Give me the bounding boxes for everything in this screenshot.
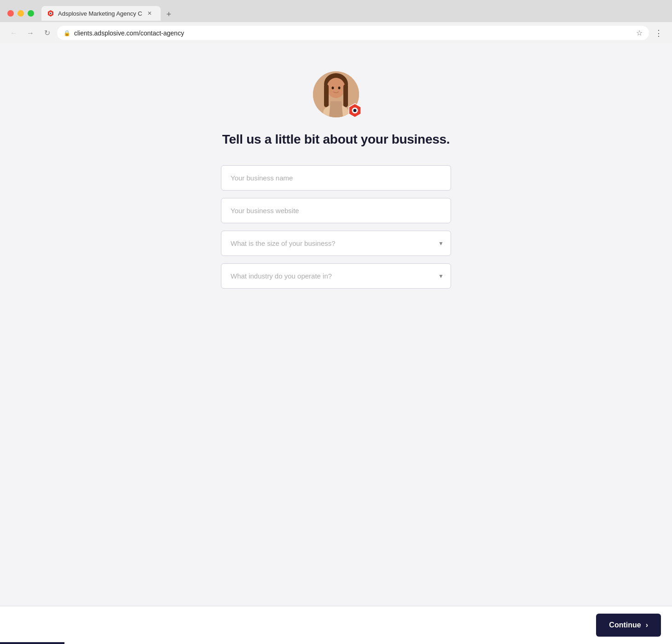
tab-bar: Adsplosive Marketing Agency C ✕ +: [41, 6, 665, 21]
continue-button[interactable]: Continue ›: [596, 614, 661, 637]
svg-point-9: [338, 87, 341, 89]
business-name-input[interactable]: [221, 165, 451, 191]
industry-select[interactable]: What industry do you operate in? Technol…: [221, 263, 451, 289]
new-tab-button[interactable]: +: [162, 8, 175, 21]
tab-close-button[interactable]: ✕: [146, 10, 153, 17]
continue-button-label: Continue: [609, 621, 641, 629]
business-website-input[interactable]: [221, 198, 451, 223]
browser-menu-button[interactable]: ⋮: [653, 26, 665, 40]
continue-arrow-icon: ›: [646, 621, 648, 629]
svg-point-8: [332, 87, 334, 89]
tab-favicon-icon: [47, 10, 54, 17]
svg-point-2: [50, 13, 52, 14]
page-content: Tell us a little bit about your business…: [0, 44, 672, 644]
svg-rect-6: [324, 84, 329, 107]
page-heading: Tell us a little bit about your business…: [222, 132, 450, 147]
address-bar[interactable]: 🔒 clients.adsplosive.com/contact-agency …: [57, 26, 649, 40]
form-container: What is the size of your business? 1-10 …: [221, 165, 451, 289]
minimize-traffic-light[interactable]: [17, 10, 24, 17]
bottom-bar: Continue ›: [0, 606, 672, 644]
back-button[interactable]: ←: [7, 27, 20, 40]
lock-icon: 🔒: [64, 30, 70, 36]
browser-toolbar: ← → ↻ 🔒 clients.adsplosive.com/contact-a…: [0, 22, 672, 44]
avatar-section: [313, 71, 359, 117]
adsplosive-badge: [347, 103, 363, 118]
business-size-wrapper: What is the size of your business? 1-10 …: [221, 231, 451, 256]
tab-title: Adsplosive Marketing Agency C: [58, 10, 142, 17]
traffic-lights: [7, 10, 34, 17]
business-size-select[interactable]: What is the size of your business? 1-10 …: [221, 231, 451, 256]
avatar-container: [313, 71, 359, 117]
browser-chrome: Adsplosive Marketing Agency C ✕ + ← → ↻ …: [0, 0, 672, 44]
maximize-traffic-light[interactable]: [28, 10, 34, 17]
reload-button[interactable]: ↻: [41, 27, 53, 40]
close-traffic-light[interactable]: [7, 10, 14, 17]
url-text: clients.adsplosive.com/contact-agency: [74, 29, 632, 37]
browser-titlebar: Adsplosive Marketing Agency C ✕ +: [0, 0, 672, 22]
svg-point-14: [353, 109, 357, 112]
industry-wrapper: What industry do you operate in? Technol…: [221, 263, 451, 289]
svg-point-5: [327, 78, 345, 98]
progress-bar: [0, 642, 64, 644]
active-tab[interactable]: Adsplosive Marketing Agency C ✕: [41, 6, 161, 21]
adsplosive-logo-icon: [347, 103, 363, 118]
bookmark-icon[interactable]: ☆: [636, 29, 643, 37]
forward-button[interactable]: →: [24, 27, 37, 40]
